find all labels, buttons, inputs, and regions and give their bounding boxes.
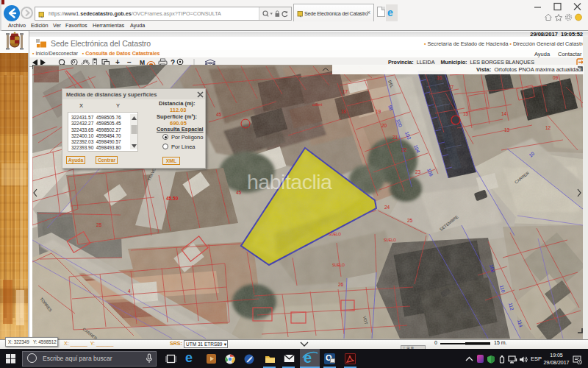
- svg-text:cobert: cobert: [312, 103, 323, 107]
- svg-text:20: 20: [381, 123, 387, 128]
- svg-text:28: 28: [96, 222, 102, 227]
- svg-text:SUELO: SUELO: [329, 232, 341, 236]
- svg-text:21: 21: [392, 135, 398, 140]
- svg-text:19: 19: [376, 109, 381, 114]
- svg-text:26: 26: [338, 282, 344, 287]
- svg-text:45: 45: [216, 112, 222, 117]
- svg-text:45.50: 45.50: [166, 196, 179, 201]
- svg-text:15: 15: [463, 111, 469, 116]
- svg-text:22: 22: [401, 147, 407, 152]
- svg-text:25: 25: [407, 218, 413, 223]
- svg-text:09: 09: [553, 75, 559, 80]
- svg-text:23: 23: [415, 169, 421, 174]
- svg-text:24: 24: [384, 205, 390, 210]
- svg-text:SUELO: SUELO: [332, 263, 345, 267]
- svg-text:13: 13: [504, 127, 510, 132]
- svg-text:17: 17: [343, 89, 348, 94]
- svg-text:18: 18: [341, 109, 347, 114]
- svg-text:45: 45: [236, 190, 242, 195]
- svg-text:12: 12: [545, 125, 551, 130]
- svg-text:16: 16: [437, 75, 442, 80]
- svg-text:4: 4: [128, 289, 131, 294]
- svg-text:77: 77: [448, 85, 454, 90]
- svg-text:SUELO: SUELO: [384, 238, 396, 242]
- svg-text:14: 14: [501, 111, 507, 116]
